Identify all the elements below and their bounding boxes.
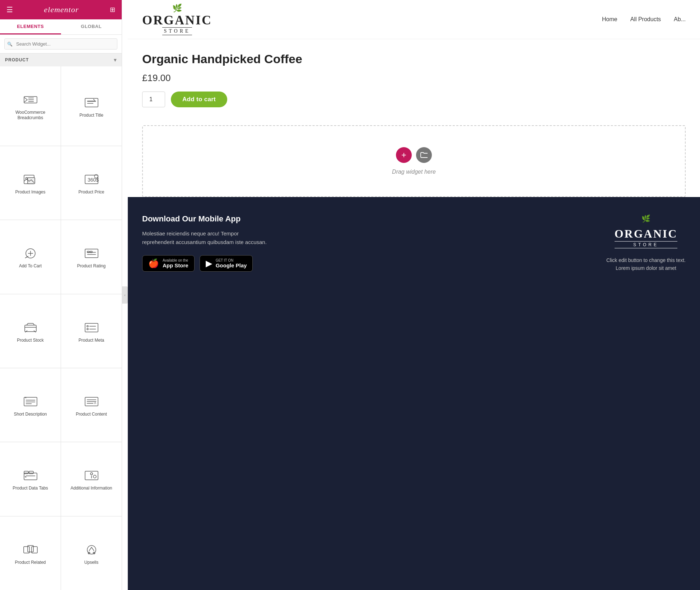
tab-global[interactable]: GLOBAL <box>61 19 122 34</box>
right-content: 🌿 Organic Store Home All Products Ab... … <box>128 0 700 590</box>
product-stock-icon <box>22 320 39 335</box>
svg-point-24 <box>87 326 88 327</box>
logo-leaf-icon: 🌿 <box>172 4 182 13</box>
apple-icon: 🍎 <box>148 258 159 268</box>
nav-all-products[interactable]: All Products <box>630 16 661 23</box>
app-badges: 🍎 Available on the App Store ▶ GET IT ON… <box>142 255 585 272</box>
widget-product-content[interactable]: A Product Content <box>61 368 122 442</box>
collapse-handle[interactable]: ‹ <box>122 286 128 304</box>
svg-rect-19 <box>87 251 89 253</box>
logo-store: Store <box>162 27 192 35</box>
search-bar <box>0 35 122 53</box>
product-section-header[interactable]: PRODUCT ▾ <box>0 53 122 66</box>
product-data-tabs-icon <box>22 468 39 483</box>
svg-rect-39 <box>29 471 33 474</box>
widget-product-data-tabs[interactable]: Product Data Tabs <box>0 442 61 516</box>
elementor-logo: elementor <box>44 5 79 14</box>
add-widget-button[interactable]: + <box>396 147 412 163</box>
add-to-cart-button[interactable]: Add to cart <box>171 92 227 107</box>
widget-product-price[interactable]: 360$ Product Price <box>61 146 122 220</box>
svg-rect-38 <box>24 471 28 474</box>
quantity-input[interactable] <box>142 92 165 107</box>
product-section: Organic Handpicked Coffee £19.00 Add to … <box>128 39 700 125</box>
footer-app-text: Molestiae reiciendis neque arcu! Tempor … <box>142 229 271 247</box>
widget-product-images[interactable]: Product Images <box>0 146 61 220</box>
product-meta-icon <box>83 320 100 335</box>
widget-label: Add To Cart <box>19 263 42 269</box>
drag-label: Drag widget here <box>392 169 436 175</box>
section-label: PRODUCT <box>5 57 29 62</box>
footer-logo: ORGANIC STORE <box>615 227 678 248</box>
footer-logo-store: STORE <box>615 241 678 248</box>
apple-badge[interactable]: 🍎 Available on the App Store <box>142 255 195 272</box>
logo-text: Organic <box>142 14 212 27</box>
google-play-icon: ▶ <box>206 258 212 268</box>
widget-label: Product Data Tabs <box>13 486 48 491</box>
widget-product-meta[interactable]: Product Meta <box>61 294 122 368</box>
product-title-icon <box>83 95 100 110</box>
grid-icon[interactable]: ⊞ <box>110 6 115 14</box>
google-badge-text: GET IT ON Google Play <box>216 258 247 268</box>
product-price-icon: 360$ <box>83 172 100 187</box>
template-button[interactable] <box>416 147 432 163</box>
product-content-icon: A <box>83 394 100 409</box>
widget-additional-information[interactable]: Additional Information <box>61 442 122 516</box>
drag-actions: + <box>396 147 432 163</box>
widget-label: Product Images <box>15 189 45 195</box>
nav-links: Home All Products Ab... <box>602 16 686 23</box>
svg-point-25 <box>87 328 88 330</box>
site-footer: Download Our Mobile App Molestiae reicie… <box>128 197 700 590</box>
widget-product-stock[interactable]: Product Stock <box>0 294 61 368</box>
hamburger-icon[interactable]: ☰ <box>6 5 13 14</box>
short-description-icon <box>22 394 39 409</box>
footer-left: Download Our Mobile App Molestiae reicie… <box>142 214 585 272</box>
widget-short-description[interactable]: Short Description <box>0 368 61 442</box>
svg-rect-4 <box>85 98 98 107</box>
search-wrapper <box>4 38 117 50</box>
add-to-cart-icon <box>22 246 39 261</box>
nav-home[interactable]: Home <box>602 16 617 23</box>
svg-point-48 <box>87 545 96 554</box>
widget-label: Product Related <box>15 560 46 566</box>
cart-row: Add to cart <box>142 92 686 107</box>
product-rating-icon <box>83 246 100 261</box>
widget-label: Short Description <box>14 412 47 417</box>
google-badge[interactable]: ▶ GET IT ON Google Play <box>200 255 253 272</box>
footer-app-title: Download Our Mobile App <box>142 214 585 224</box>
organic-logo: 🌿 Organic Store <box>142 4 212 35</box>
widget-label: WooCommerceBreadcrumbs <box>15 110 45 121</box>
left-panel: ☰ elementor ⊞ ELEMENTS GLOBAL PRODUCT ▾ … <box>0 0 122 590</box>
widget-label: Product Content <box>76 412 107 417</box>
widget-label: Upsells <box>84 560 98 566</box>
search-input[interactable] <box>4 38 117 50</box>
svg-text:A: A <box>94 401 96 405</box>
product-related-icon <box>22 543 39 557</box>
product-images-icon <box>22 172 39 187</box>
svg-rect-21 <box>25 325 36 332</box>
footer-right: 🌿 ORGANIC STORE Click edit button to cha… <box>606 214 686 272</box>
drag-drop-zone: + Drag widget here <box>142 125 686 197</box>
footer-leaf-icon: 🌿 <box>641 214 650 223</box>
widget-upsells[interactable]: Upsells <box>61 516 122 590</box>
widgets-grid: WooCommerceBreadcrumbs Product Title Pro… <box>0 66 122 590</box>
svg-rect-28 <box>24 397 37 406</box>
svg-rect-16 <box>85 249 98 258</box>
widget-woocommerce-breadcrumbs[interactable]: WooCommerceBreadcrumbs <box>0 66 61 146</box>
widget-product-title[interactable]: Product Title <box>61 66 122 146</box>
chevron-down-icon: ▾ <box>114 57 117 63</box>
widget-add-to-cart[interactable]: Add To Cart <box>0 220 61 294</box>
panel-header: ☰ elementor ⊞ <box>0 0 122 19</box>
widget-product-related[interactable]: Product Related <box>0 516 61 590</box>
nav-about[interactable]: Ab... <box>674 16 686 23</box>
widget-label: Product Meta <box>79 338 104 343</box>
widget-label: Product Stock <box>17 338 44 343</box>
additional-info-icon <box>83 468 100 483</box>
widget-product-rating[interactable]: Product Rating <box>61 220 122 294</box>
product-title: Organic Handpicked Coffee <box>142 52 686 66</box>
svg-point-42 <box>90 473 93 475</box>
panel-tabs: ELEMENTS GLOBAL <box>0 19 122 35</box>
tab-elements[interactable]: ELEMENTS <box>0 19 61 34</box>
product-price: £19.00 <box>142 72 686 84</box>
footer-logo-text: ORGANIC <box>615 227 678 240</box>
upsells-icon <box>83 543 100 557</box>
